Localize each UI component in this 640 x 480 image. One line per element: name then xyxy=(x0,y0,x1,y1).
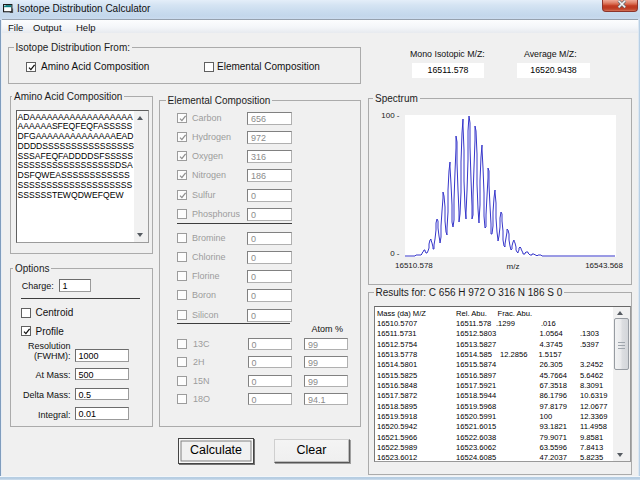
check-icon xyxy=(178,152,188,162)
calculate-button[interactable]: Calculate xyxy=(178,438,254,464)
checkbox-element-oxygen[interactable] xyxy=(177,151,187,161)
checkbox-isotope-18o[interactable] xyxy=(177,394,187,404)
checkbox-element-sulfur[interactable] xyxy=(177,190,187,200)
checkbox-elemental-composition[interactable] xyxy=(204,62,214,72)
check-icon xyxy=(22,327,32,337)
results-cell: 8.3091 xyxy=(580,381,603,391)
checkbox-isotope-13c[interactable] xyxy=(177,339,187,349)
scrollbar-thumb-grip xyxy=(618,342,625,343)
results-cell: 16513.5778 xyxy=(377,350,417,360)
close-button[interactable] xyxy=(602,0,638,12)
isotope-atom-percent-field-15n[interactable]: 99 xyxy=(304,375,348,387)
results-cell: 16520.5942 xyxy=(377,422,417,432)
results-cell: 1.0564 xyxy=(540,329,563,339)
atom-percent-header: Atom % xyxy=(312,324,344,334)
at-mass-field[interactable]: 500 xyxy=(75,368,130,381)
element-count-field-phosphorus[interactable]: 0 xyxy=(247,208,292,221)
element-count-field-carbon[interactable]: 656 xyxy=(247,112,292,125)
results-cell: 93.1821 xyxy=(540,422,567,432)
charge-field[interactable]: 1 xyxy=(59,279,92,292)
results-cell: 16511.578 xyxy=(456,319,491,329)
results-cell: 16519.5918 xyxy=(377,412,417,422)
results-scrollbar-down-icon[interactable] xyxy=(617,453,623,457)
element-count-field-oxygen[interactable]: 316 xyxy=(247,150,292,163)
group-label-isotope-distribution-from: Isotope Distribution From: xyxy=(14,43,133,53)
element-count-field-bromine[interactable]: 0 xyxy=(247,232,292,245)
results-cell: 16516.5848 xyxy=(377,381,417,391)
results-cell: 97.8179 xyxy=(540,402,567,412)
checkbox-element-boron[interactable] xyxy=(177,290,187,300)
mono-isotopic-mz-label: Mono Isotopic M/Z: xyxy=(410,49,485,59)
isotope-count-field-15n[interactable]: 0 xyxy=(248,375,293,387)
results-cell: Frac. Abu. xyxy=(498,309,533,319)
results-cell: Mass (da) M/Z xyxy=(377,309,426,319)
delta-mass-label: Delta Mass: xyxy=(10,390,71,400)
results-cell: 7.8413 xyxy=(580,443,603,453)
charge-label: Charge: xyxy=(22,281,54,291)
results-cell: 16518.5895 xyxy=(377,402,417,412)
checkbox-element-carbon[interactable] xyxy=(177,113,187,123)
isotope-count-field-2h[interactable]: 0 xyxy=(248,356,293,368)
checkbox-label-centroid: Centroid xyxy=(36,307,74,318)
isotope-count-field-13c[interactable]: 0 xyxy=(248,338,293,350)
checkbox-element-phosphorus[interactable] xyxy=(177,209,187,219)
results-cell: 86.1796 xyxy=(540,391,567,401)
element-count-field-florine[interactable]: 0 xyxy=(247,270,292,283)
checkbox-isotope-15n[interactable] xyxy=(177,376,187,386)
average-mz-field: 16520.9438 xyxy=(517,63,590,78)
menu-help[interactable]: Help xyxy=(76,22,96,33)
check-icon xyxy=(178,191,188,201)
delta-mass-field[interactable]: 0.5 xyxy=(75,388,130,401)
results-scrollbar-up-icon[interactable] xyxy=(617,311,623,315)
results-cell: .016 xyxy=(541,319,556,329)
element-count-field-chlorine[interactable]: 0 xyxy=(247,251,292,264)
menu-output[interactable]: Output xyxy=(33,22,62,33)
amino-scrollbar-down-icon[interactable] xyxy=(137,233,143,237)
results-cell: 5.6462 xyxy=(580,371,603,381)
element-label-hydrogen: Hydrogen xyxy=(192,132,231,143)
element-count-field-nitrogen[interactable]: 186 xyxy=(247,169,292,182)
results-cell: 16519.5968 xyxy=(456,402,496,412)
y-axis-min-label: 0 - xyxy=(377,249,400,258)
checkbox-element-hydrogen[interactable] xyxy=(177,132,187,142)
element-count-field-sulfur[interactable]: 0 xyxy=(247,189,292,202)
results-cell: .5397 xyxy=(580,340,599,350)
checkbox-element-chlorine[interactable] xyxy=(177,252,187,262)
checkbox-element-silicon[interactable] xyxy=(177,310,187,320)
amino-scrollbar-up-icon[interactable] xyxy=(137,116,143,120)
results-scrollbar-thumb[interactable] xyxy=(614,318,629,370)
menu-file[interactable]: File xyxy=(8,22,23,33)
results-scrollbar[interactable] xyxy=(613,307,630,462)
title-bar[interactable]: Isotope Distribution Calculator xyxy=(0,0,640,20)
results-cell: 16518.5944 xyxy=(456,391,496,401)
resolution-label-line2: (FWHM): xyxy=(10,351,71,361)
isotope-count-field-18o[interactable]: 0 xyxy=(248,393,293,405)
element-label-florine: Florine xyxy=(192,271,220,282)
amino-scrollbar[interactable] xyxy=(134,111,148,242)
integral-label: Integral: xyxy=(10,410,71,420)
spectrum-curve xyxy=(405,115,616,257)
checkbox-profile[interactable] xyxy=(21,326,31,336)
isotope-atom-percent-field-18o[interactable]: 94.1 xyxy=(304,393,348,405)
results-cell: 3.2452 xyxy=(580,360,603,370)
integral-field[interactable]: 0.01 xyxy=(75,407,130,420)
isotope-atom-percent-field-13c[interactable]: 99 xyxy=(304,338,348,350)
results-cell: 63.5596 xyxy=(540,443,567,453)
y-axis-max-label: 100 - xyxy=(377,111,400,120)
results-cell: 16523.6012 xyxy=(377,453,417,463)
element-count-field-hydrogen[interactable]: 972 xyxy=(247,131,292,144)
checkbox-element-bromine[interactable] xyxy=(177,233,187,243)
resolution-field[interactable]: 1000 xyxy=(75,349,130,362)
checkbox-element-nitrogen[interactable] xyxy=(177,170,187,180)
element-label-bromine: Bromine xyxy=(192,233,226,244)
checkbox-element-florine[interactable] xyxy=(177,271,187,281)
checkbox-isotope-2h[interactable] xyxy=(177,357,187,367)
element-count-field-silicon[interactable]: 0 xyxy=(247,309,292,322)
checkbox-centroid[interactable] xyxy=(21,308,31,318)
isotope-atom-percent-field-2h[interactable]: 99 xyxy=(304,356,348,368)
group-label-elemental-composition: Elemental Composition xyxy=(166,96,273,106)
element-count-field-boron[interactable]: 0 xyxy=(247,289,292,302)
clear-button[interactable]: Clear xyxy=(274,439,350,463)
elemental-separator-1 xyxy=(177,223,292,225)
checkbox-amino-acid-composition[interactable] xyxy=(26,62,36,72)
